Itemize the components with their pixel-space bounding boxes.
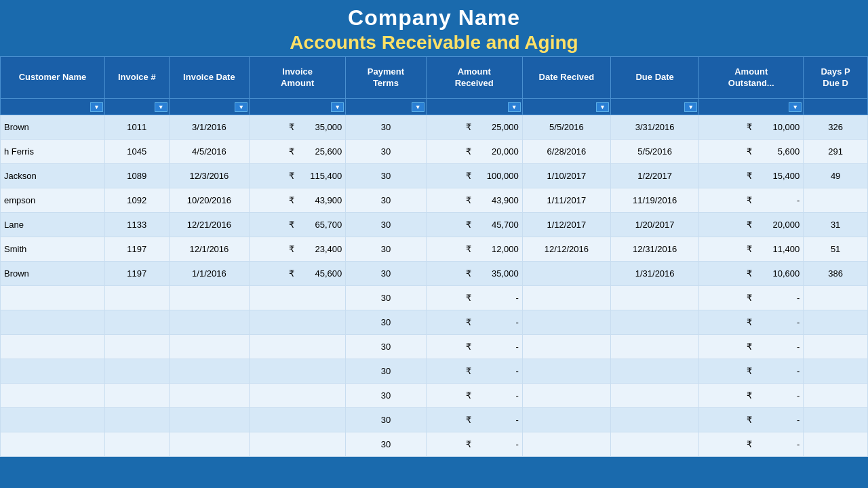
cell-payment-terms: 30 [346, 310, 426, 335]
table-body: Brown10113/1/2016₹35,00030₹25,0005/5/201… [1, 115, 868, 457]
cell-due-date [611, 432, 699, 457]
cell-invoice-num [104, 286, 169, 310]
cell-customer [1, 408, 105, 432]
cell-invoice-num: 1011 [104, 115, 169, 140]
filter-due-date-btn[interactable]: ▼ [684, 102, 697, 112]
cell-payment-terms: 30 [346, 335, 426, 359]
filter-customer: ▼ [1, 99, 105, 115]
cell-days-past-due: 386 [804, 262, 868, 286]
cell-due-date: 1/2/2017 [611, 164, 699, 188]
filter-invoice-amount: ▼ [250, 99, 346, 115]
header-due-date: Due Date [611, 57, 699, 99]
cell-amount-outstanding: ₹- [699, 408, 804, 432]
cell-amount-outstanding: ₹- [699, 286, 804, 310]
cell-date-received [522, 310, 610, 335]
cell-due-date: 1/31/2016 [611, 262, 699, 286]
cell-date-received [522, 384, 610, 408]
cell-payment-terms: 30 [346, 164, 426, 188]
cell-invoice-amount [250, 310, 346, 335]
cell-customer [1, 384, 105, 408]
header-amount-received: AmountReceived [426, 57, 522, 99]
filter-payment-terms: ▼ [346, 99, 426, 115]
cell-invoice-amount: ₹45,600 [250, 262, 346, 286]
header-invoice-amount: InvoiceAmount [250, 57, 346, 99]
filter-invoice-amount-btn[interactable]: ▼ [331, 102, 344, 112]
cell-invoice-amount: ₹35,000 [250, 115, 346, 140]
cell-payment-terms: 30 [346, 262, 426, 286]
table-row: h Ferris10454/5/2016₹25,60030₹20,0006/28… [1, 140, 868, 164]
cell-amount-received: ₹35,000 [426, 262, 522, 286]
cell-amount-received: ₹45,700 [426, 213, 522, 237]
cell-date-received: 5/5/2016 [522, 115, 610, 140]
filter-invoice-num: ▼ [104, 99, 169, 115]
filter-invoice-num-btn[interactable]: ▼ [155, 102, 167, 112]
table-container: Customer Name Invoice # Invoice Date Inv… [0, 56, 868, 457]
cell-customer: empson [1, 188, 105, 213]
cell-customer [1, 310, 105, 335]
filter-days-past-due [804, 99, 868, 115]
header-customer: Customer Name [1, 57, 105, 99]
cell-due-date [611, 384, 699, 408]
cell-customer: Brown [1, 262, 105, 286]
cell-due-date [611, 335, 699, 359]
filter-amount-outstanding: ▼ [699, 99, 804, 115]
cell-days-past-due [804, 286, 868, 310]
cell-date-received [522, 262, 610, 286]
cell-payment-terms: 30 [346, 384, 426, 408]
filter-due-date: ▼ [611, 99, 699, 115]
cell-amount-outstanding: ₹10,000 [699, 115, 804, 140]
cell-invoice-date [169, 335, 249, 359]
cell-due-date: 5/5/2016 [611, 140, 699, 164]
header-amount-outstanding: AmountOutstand... [699, 57, 804, 99]
table-row: Brown10113/1/2016₹35,00030₹25,0005/5/201… [1, 115, 868, 140]
cell-invoice-num: 1089 [104, 164, 169, 188]
cell-amount-received: ₹- [426, 335, 522, 359]
cell-invoice-amount: ₹23,400 [250, 237, 346, 262]
filter-invoice-date-btn[interactable]: ▼ [235, 102, 248, 112]
header-payment-terms: PaymentTerms [346, 57, 426, 99]
cell-due-date: 11/19/2016 [611, 188, 699, 213]
table-row: 30₹-₹- [1, 359, 868, 384]
cell-amount-outstanding: ₹5,600 [699, 140, 804, 164]
cell-invoice-amount [250, 384, 346, 408]
table-row: 30₹-₹- [1, 384, 868, 408]
cell-amount-outstanding: ₹15,400 [699, 164, 804, 188]
cell-amount-outstanding: ₹- [699, 359, 804, 384]
cell-due-date [611, 286, 699, 310]
cell-invoice-date [169, 359, 249, 384]
cell-invoice-num: 1197 [104, 237, 169, 262]
cell-due-date: 3/31/2016 [611, 115, 699, 140]
cell-invoice-num: 1045 [104, 140, 169, 164]
cell-invoice-num [104, 310, 169, 335]
table-row: Smith119712/1/2016₹23,40030₹12,00012/12/… [1, 237, 868, 262]
cell-amount-received: ₹12,000 [426, 237, 522, 262]
cell-amount-outstanding: ₹10,600 [699, 262, 804, 286]
cell-due-date: 12/31/2016 [611, 237, 699, 262]
filter-customer-btn[interactable]: ▼ [90, 102, 103, 112]
filter-date-received-btn[interactable]: ▼ [596, 102, 609, 112]
filter-amount-received-btn[interactable]: ▼ [508, 102, 521, 112]
subtitle: Accounts Receivable and Aging [0, 32, 868, 54]
header-date-received: Date Recived [522, 57, 610, 99]
cell-payment-terms: 30 [346, 286, 426, 310]
filter-amount-outstanding-btn[interactable]: ▼ [789, 102, 802, 112]
cell-due-date [611, 359, 699, 384]
cell-date-received [522, 408, 610, 432]
cell-invoice-date: 12/21/2016 [169, 213, 249, 237]
cell-date-received: 1/10/2017 [522, 164, 610, 188]
cell-invoice-date: 4/5/2016 [169, 140, 249, 164]
cell-invoice-amount: ₹25,600 [250, 140, 346, 164]
cell-days-past-due [804, 359, 868, 384]
cell-invoice-date: 10/20/2016 [169, 188, 249, 213]
cell-amount-outstanding: ₹11,400 [699, 237, 804, 262]
cell-invoice-date: 1/1/2016 [169, 262, 249, 286]
filter-payment-terms-btn[interactable]: ▼ [412, 102, 425, 112]
cell-invoice-num [104, 408, 169, 432]
cell-invoice-date: 12/1/2016 [169, 237, 249, 262]
header-invoice-num: Invoice # [104, 57, 169, 99]
cell-payment-terms: 30 [346, 140, 426, 164]
filter-invoice-date: ▼ [169, 99, 249, 115]
cell-customer [1, 432, 105, 457]
cell-days-past-due [804, 408, 868, 432]
cell-invoice-date [169, 310, 249, 335]
